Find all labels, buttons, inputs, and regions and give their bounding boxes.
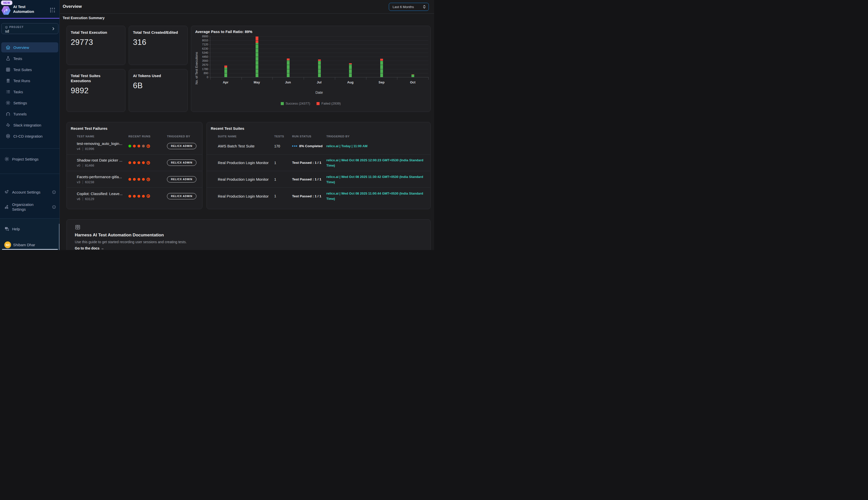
sidebar-item-tunnels[interactable]: Tunnels	[1, 109, 58, 119]
chart-title: Average Pass to Fail Ratio: 89%	[195, 30, 252, 34]
run-status-dot-failed[interactable]	[142, 161, 145, 164]
sidebar-item-overview[interactable]: Overview	[1, 42, 58, 53]
test-name[interactable]: test-removing_auto_login...	[77, 141, 128, 146]
sidebar-item-slack-integration[interactable]: Slack integration	[1, 120, 58, 130]
run-status-dot-failed[interactable]	[138, 161, 140, 164]
table-header: TEST NAMERECENT RUNSTRIGGERED BY	[67, 135, 202, 138]
run-status-dot-running[interactable]	[146, 194, 150, 198]
stat-card-ai-tokens-used: AI Tokens Used 6B	[129, 69, 188, 112]
project-selector[interactable]: PROJECT sd	[1, 23, 58, 34]
stat-value: 29773	[67, 35, 125, 47]
sidebar-item-label: Slack integration	[13, 123, 41, 127]
run-status-dot-failed[interactable]	[138, 195, 140, 197]
run-status-dot-failed[interactable]	[142, 178, 145, 181]
table-row[interactable]: test-removing_auto_login... v481996 RELI…	[67, 138, 202, 155]
run-status-dot-failed[interactable]	[128, 195, 131, 197]
table-row[interactable]: Real Production Login Monitor 1 Test Pas…	[207, 171, 430, 188]
triggered-by-button[interactable]: RELICX ADMIN	[167, 176, 196, 182]
gear-icon	[5, 100, 11, 105]
sidebar-item-account-settings[interactable]: Account Settings	[1, 187, 58, 197]
sidebar-item-test-runs[interactable]: Test Runs	[1, 76, 58, 86]
flask-icon	[5, 56, 11, 61]
sidebar-item-tasks[interactable]: Tasks	[1, 87, 58, 97]
info-icon[interactable]	[52, 190, 56, 194]
triggered-by-link[interactable]: relicx.ai | Today | 11:00 AM	[326, 144, 430, 149]
suite-name[interactable]: Real Production Login Monitor	[218, 177, 274, 181]
chart-x-tick-labels: AprMayJunJulAugSepOct	[210, 80, 428, 84]
app-window: NEW AI Test Automation PROJECT sd Overvi…	[0, 0, 434, 250]
table-row[interactable]: Facets-performance-gitla... v363238 RELI…	[67, 171, 202, 188]
sidebar-item-project-settings[interactable]: Project Settings	[1, 154, 58, 164]
help-chat-icon: ?	[4, 226, 9, 231]
chart-plot-area: 0890178026703560445053406230712080108900	[210, 36, 428, 77]
sidebar-item-tests[interactable]: Tests	[1, 54, 58, 64]
run-status-dot-failed[interactable]	[142, 195, 145, 197]
run-status-dot-running[interactable]	[146, 161, 150, 164]
date-range-select[interactable]: Last 6 Months	[389, 3, 429, 11]
date-range-value: Last 6 Months	[392, 5, 414, 9]
select-chevrons-icon	[423, 5, 426, 9]
sidebar-item-settings[interactable]: Settings	[1, 98, 58, 108]
run-status-dot-success[interactable]	[128, 145, 131, 147]
tunnel-icon	[5, 111, 11, 116]
sidebar-vertical-scrollbar[interactable]	[59, 224, 59, 250]
triggered-by-button[interactable]: RELICX ADMIN	[167, 193, 196, 199]
test-name[interactable]: Facets-performance-gitla...	[77, 175, 128, 179]
chart-x-axis-label: Date	[210, 90, 428, 94]
run-status-dot-failed[interactable]	[128, 178, 131, 181]
stat-label: Total Test Suites Executions	[67, 69, 109, 83]
run-status-dot-failed[interactable]	[133, 195, 136, 197]
new-badge: NEW	[1, 0, 12, 5]
stat-label: AI Tokens Used	[129, 69, 187, 78]
docs-link[interactable]: Go to the docs →	[75, 246, 104, 250]
sidebar-item-test-suites[interactable]: Test Suites	[1, 65, 58, 75]
run-status-dot-failed[interactable]	[138, 145, 140, 147]
table-row[interactable]: Copilot: Classified: Leave... v663129 RE…	[67, 188, 202, 204]
run-status: 8% Completed	[292, 144, 326, 148]
run-status-dot-aborted[interactable]	[142, 145, 145, 147]
legend-entry-failed: Failed (2939)	[317, 102, 341, 105]
triggered-by-link[interactable]: relicx.ai | Wed Oct 08 2025 11:00:44 GMT…	[326, 191, 430, 201]
gavel-icon	[3, 8, 9, 13]
run-status-dot-failed[interactable]	[128, 161, 131, 164]
recent-run-dots[interactable]	[128, 145, 167, 148]
sidebar-item-help[interactable]: ? Help	[1, 224, 58, 234]
org-chart-gear-icon	[4, 204, 9, 209]
user-avatar[interactable]: SD	[4, 241, 11, 248]
triggered-by-button[interactable]: RELICX ADMIN	[167, 160, 196, 166]
sidebar-item-organization-settings[interactable]: Organization Settings	[1, 201, 58, 213]
sidebar-item-cicd-integration[interactable]: CI-CD integration	[1, 131, 58, 141]
info-icon[interactable]	[52, 205, 56, 209]
sidebar-item-label: Tasks	[13, 90, 23, 94]
recent-run-dots[interactable]	[128, 178, 167, 181]
table-row[interactable]: AWS Batch Test Suite 170 8% Completed re…	[207, 138, 430, 155]
sidebar-horizontal-scrollbar[interactable]	[2, 249, 58, 250]
card-title: Recent Test Suites	[207, 122, 430, 130]
triggered-by-link[interactable]: relicx.ai | Wed Oct 08 2025 11:30:42 GMT…	[326, 174, 430, 185]
recent-run-dots[interactable]	[128, 161, 167, 164]
test-meta: v363238	[77, 180, 128, 184]
table-row[interactable]: Real Production Login Monitor 1 Test Pas…	[207, 155, 430, 171]
suite-tests: 170	[274, 144, 292, 148]
recent-run-dots[interactable]	[128, 194, 167, 198]
test-name[interactable]: Shadow root Date picker ...	[77, 158, 128, 162]
sidebar-item-label: Test Suites	[13, 68, 32, 72]
run-status-dot-failed[interactable]	[133, 145, 136, 147]
run-status-dot-running[interactable]	[146, 145, 150, 148]
run-status-dot-running[interactable]	[146, 178, 150, 181]
suite-name[interactable]: Real Production Login Monitor	[218, 160, 274, 165]
run-status-dot-failed[interactable]	[133, 178, 136, 181]
run-status-dot-failed[interactable]	[133, 161, 136, 164]
user-name[interactable]: Shibam Dhar	[13, 243, 35, 247]
table-row[interactable]: Shadow root Date picker ... v081466 RELI…	[67, 155, 202, 171]
test-name[interactable]: Copilot: Classified: Leave...	[77, 192, 128, 196]
app-switcher-icon[interactable]	[50, 8, 55, 12]
table-row[interactable]: Real Production Login Monitor 1 Test Pas…	[207, 188, 430, 204]
triggered-by-button[interactable]: RELICX ADMIN	[167, 143, 196, 149]
run-status-dot-failed[interactable]	[138, 178, 140, 181]
triggered-by-link[interactable]: relicx.ai | Wed Oct 08 2025 12:00:23 GMT…	[326, 158, 430, 168]
suite-name[interactable]: AWS Batch Test Suite	[218, 144, 274, 148]
app-logo[interactable]	[1, 6, 11, 15]
suite-name[interactable]: Real Production Login Monitor	[218, 194, 274, 198]
run-status: Test Passed : 1 / 1	[292, 194, 326, 198]
